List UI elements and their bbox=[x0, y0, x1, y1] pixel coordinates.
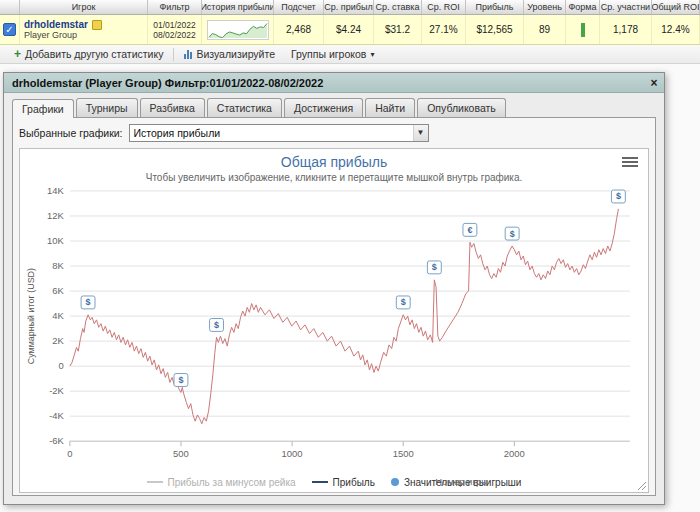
toolbar-separator bbox=[173, 48, 174, 61]
plus-icon: + bbox=[14, 48, 21, 60]
avg-players-cell: 1,178 bbox=[600, 15, 652, 44]
y-tick-label: -2K bbox=[49, 385, 64, 396]
column-header-checkbox bbox=[0, 0, 20, 14]
tab-strip: ГрафикиТурнирыРазбивкаСтатистикаДостижен… bbox=[12, 98, 656, 117]
avg-roi-cell: 27.1% bbox=[422, 15, 466, 44]
legend-item[interactable]: Прибыль bbox=[312, 477, 375, 488]
player-cell[interactable]: drholdemstar Player Group bbox=[20, 15, 148, 44]
column-header[interactable]: Ср. участни bbox=[600, 0, 652, 14]
tab-6[interactable]: Найти bbox=[365, 98, 415, 117]
y-axis-title: Суммарный итог (USD) bbox=[26, 268, 36, 364]
y-tick-label: 12K bbox=[47, 210, 64, 221]
toolbar: + Добавить другую статистику Визуализиру… bbox=[0, 45, 700, 64]
table-row[interactable]: ✓ drholdemstar Player Group 01/01/2022 0… bbox=[0, 15, 700, 45]
column-header[interactable]: Фильтр bbox=[148, 0, 202, 14]
profit-sparkline[interactable] bbox=[207, 20, 269, 40]
dialog-titlebar[interactable]: drholdemstar (Player Group) Фильтр:01/01… bbox=[4, 73, 664, 93]
player-groups-label: Группы игроков bbox=[291, 48, 366, 60]
x-tick-label: 500 bbox=[173, 448, 189, 459]
x-tick-label: 1500 bbox=[393, 448, 414, 459]
y-tick-label: 10K bbox=[47, 235, 64, 246]
legend-item[interactable]: Прибыль за минусом рейка bbox=[147, 477, 296, 488]
player-name: drholdemstar bbox=[24, 19, 88, 30]
significant-win-marker[interactable]: $ bbox=[427, 261, 441, 274]
graphs-panel: Выбранные графики: История прибыли ▼ Общ… bbox=[12, 117, 656, 496]
y-tick-label: 2K bbox=[52, 335, 64, 346]
selected-graphs-label: Выбранные графики: bbox=[19, 127, 123, 139]
column-header[interactable]: История прибыли bbox=[202, 0, 274, 14]
chart-plot-area[interactable]: Суммарный итог (USD) -6K-4K-2K02K4K6K8K1… bbox=[20, 185, 648, 473]
form-cell bbox=[566, 15, 600, 44]
column-header[interactable]: Ср. ROI bbox=[422, 0, 466, 14]
x-tick-label: 0 bbox=[67, 448, 72, 459]
column-header[interactable]: Ср. прибыл bbox=[324, 0, 374, 14]
filter-cell[interactable]: 01/01/2022 08/02/2022 bbox=[148, 15, 202, 44]
svg-text:$: $ bbox=[432, 262, 437, 272]
avg-stake-cell: $31.2 bbox=[374, 15, 422, 44]
filter-date-from: 01/01/2022 bbox=[153, 20, 196, 30]
player-group-label: Player Group bbox=[24, 30, 77, 40]
svg-text:$: $ bbox=[214, 320, 219, 330]
filter-date-to: 08/02/2022 bbox=[153, 30, 196, 40]
resize-grip[interactable] bbox=[636, 480, 646, 490]
legend-label: Прибыль за минусом рейка bbox=[168, 477, 296, 488]
legend-symbol bbox=[391, 478, 399, 486]
column-header[interactable]: Подсчет bbox=[274, 0, 324, 14]
chart-legend: Прибыль за минусом рейкаПрибыльЗначитель… bbox=[20, 473, 648, 491]
level-cell: 89 bbox=[524, 15, 566, 44]
profit-history-cell[interactable] bbox=[202, 15, 274, 44]
profit-chart: Общая прибыль Чтобы увеличить изображени… bbox=[19, 148, 649, 493]
tab-2[interactable]: Турниры bbox=[76, 98, 138, 117]
significant-win-marker[interactable]: $ bbox=[611, 190, 625, 203]
select-arrow-icon: ▼ bbox=[413, 125, 428, 141]
svg-text:$: $ bbox=[401, 297, 406, 307]
graph-type-select[interactable]: История прибыли ▼ bbox=[129, 124, 429, 142]
visualize-label: Визуализируйте bbox=[196, 48, 275, 60]
legend-symbol bbox=[312, 481, 328, 483]
avg-profit-cell: $4.24 bbox=[324, 15, 374, 44]
column-header[interactable]: Уровень bbox=[524, 0, 566, 14]
tab-4[interactable]: Статистика bbox=[207, 98, 282, 117]
player-detail-dialog: drholdemstar (Player Group) Фильтр:01/01… bbox=[3, 72, 665, 505]
significant-win-marker[interactable]: $ bbox=[505, 227, 519, 240]
total-roi-cell: 12.4% bbox=[652, 15, 700, 44]
column-header[interactable]: Игрок bbox=[20, 0, 148, 14]
column-header[interactable]: Прибыль bbox=[466, 0, 524, 14]
column-header[interactable]: Общий ROI bbox=[652, 0, 700, 14]
svg-text:€: € bbox=[467, 225, 472, 235]
significant-win-marker[interactable]: € bbox=[463, 223, 477, 236]
add-stat-button[interactable]: + Добавить другую статистику bbox=[8, 46, 169, 63]
significant-win-marker[interactable]: $ bbox=[396, 296, 410, 309]
x-tick-label: 1000 bbox=[282, 448, 303, 459]
column-header[interactable]: Форма bbox=[566, 0, 600, 14]
y-tick-label: 14K bbox=[47, 185, 64, 196]
dialog-body: ГрафикиТурнирыРазбивкаСтатистикаДостижен… bbox=[4, 93, 664, 505]
form-bar bbox=[581, 23, 585, 37]
significant-win-marker[interactable]: $ bbox=[81, 296, 95, 309]
chevron-down-icon: ▾ bbox=[370, 50, 374, 59]
tab-7[interactable]: Опубликовать bbox=[417, 98, 506, 117]
graph-select-row: Выбранные графики: История прибыли ▼ bbox=[19, 124, 649, 142]
row-checkbox[interactable]: ✓ bbox=[3, 23, 16, 36]
stats-table: ИгрокФильтрИстория прибылиПодсчетСр. при… bbox=[0, 0, 700, 45]
y-tick-label: 6K bbox=[52, 285, 64, 296]
player-groups-button[interactable]: Группы игроков ▾ bbox=[285, 46, 380, 63]
dialog-title: drholdemstar (Player Group) Фильтр:01/01… bbox=[4, 77, 644, 89]
significant-win-marker[interactable]: $ bbox=[174, 374, 188, 387]
chart-title: Общая прибыль bbox=[20, 149, 648, 170]
significant-win-marker[interactable]: $ bbox=[210, 318, 224, 331]
column-header[interactable]: Ср. ставка bbox=[374, 0, 422, 14]
tab-3[interactable]: Разбивка bbox=[140, 98, 205, 117]
add-stat-label: Добавить другую статистику bbox=[25, 48, 163, 60]
stats-table-header: ИгрокФильтрИстория прибылиПодсчетСр. при… bbox=[0, 0, 700, 15]
legend-label: Прибыль bbox=[333, 477, 375, 488]
graph-type-value: История прибыли bbox=[134, 127, 413, 139]
chart-menu-icon[interactable] bbox=[622, 157, 638, 169]
tab-1[interactable]: Графики bbox=[12, 99, 74, 118]
svg-text:$: $ bbox=[510, 229, 515, 239]
row-checkbox-cell: ✓ bbox=[0, 15, 20, 44]
close-icon[interactable]: × bbox=[644, 76, 664, 90]
tab-5[interactable]: Достижения bbox=[284, 98, 363, 117]
chart-icon bbox=[184, 49, 192, 59]
visualize-button[interactable]: Визуализируйте bbox=[178, 46, 281, 63]
